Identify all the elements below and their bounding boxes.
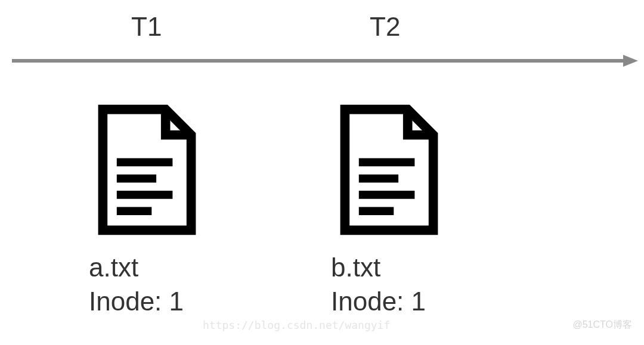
time-label-t2: T2 [370,12,400,42]
time-label-t1: T1 [131,12,162,42]
svg-rect-7 [359,175,398,183]
file-name-label: a.txt [89,250,138,284]
file-block-b: b.txt Inode: 1 [331,98,447,318]
svg-rect-8 [359,191,415,199]
svg-rect-2 [117,158,173,167]
file-icon [331,98,447,241]
timeline-arrow-icon [12,55,638,67]
file-block-a: a.txt Inode: 1 [89,98,205,318]
svg-rect-6 [359,158,415,167]
svg-rect-9 [359,207,394,215]
watermark-text: https://blog.csdn.net/wangyif [203,319,390,331]
file-icon [89,98,205,241]
inode-label: Inode: 1 [89,284,184,318]
file-name-label: b.txt [331,250,380,284]
watermark-text-2: @51CTO博客 [572,319,632,331]
svg-rect-4 [117,191,173,199]
svg-rect-5 [117,207,152,215]
svg-rect-3 [117,175,156,183]
svg-marker-1 [623,55,638,67]
diagram-container: T1 T2 a.txt Inode: 1 b.txt Inode: 1 http… [0,0,644,345]
inode-label: Inode: 1 [331,284,426,318]
